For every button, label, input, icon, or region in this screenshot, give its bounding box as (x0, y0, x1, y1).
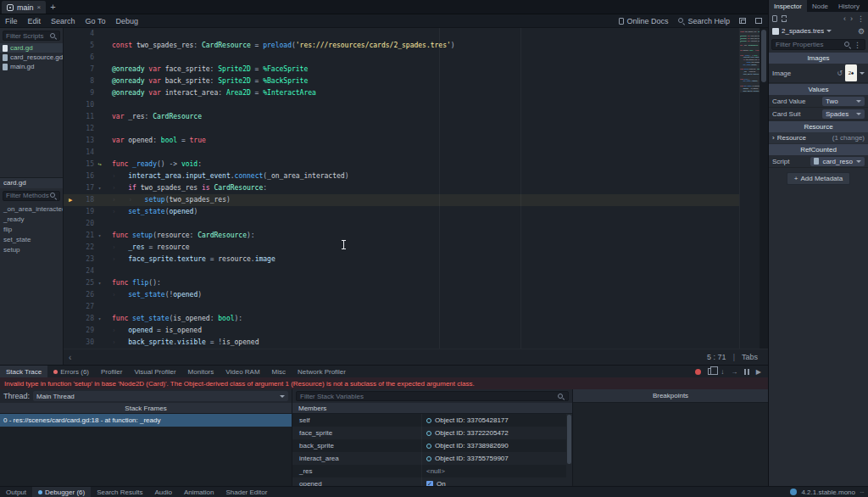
code-line[interactable]: 19›set_state(opened) (64, 206, 739, 218)
code-line[interactable]: 26›set_state(!opened) (64, 289, 739, 301)
toggle-scripts-panel-icon[interactable]: ‹ (64, 353, 76, 362)
scene-tab-main[interactable]: main × (2, 1, 46, 14)
make-floating-icon[interactable] (739, 18, 746, 24)
code-line[interactable]: 24 (64, 265, 739, 277)
revert-icon[interactable]: ↺ (837, 70, 843, 77)
close-tab-icon[interactable]: × (37, 4, 42, 11)
line-number[interactable]: 21 (77, 230, 94, 242)
line-number[interactable]: 15 (77, 159, 94, 170)
object-menu-icon[interactable]: ⋮ (857, 14, 865, 23)
line-number[interactable]: 20 (77, 218, 94, 230)
fold-caret-icon[interactable]: ▾ (94, 277, 105, 289)
code-line[interactable]: 7@onready var face_sprite: Sprite2D = %F… (64, 64, 739, 75)
line-number[interactable]: 30 (77, 337, 94, 349)
debugger-tab-errors-6-[interactable]: Errors (6) (47, 366, 95, 377)
stack-frame-row[interactable]: 0 - res://scenes/card/card.gd:18 - at fu… (0, 414, 292, 427)
line-number[interactable]: 19 (77, 206, 94, 218)
code-line[interactable]: 11var _res: CardResource (64, 111, 739, 123)
code-line[interactable]: ▶18››setup(two_spades_res) (64, 194, 739, 206)
code-line[interactable]: 10 (64, 99, 739, 111)
statusbar-item-audio[interactable]: Audio (148, 487, 177, 497)
code-editor[interactable]: 45const two_spades_res: CardResource = p… (64, 28, 768, 365)
script-picker[interactable]: card_reso (810, 157, 865, 166)
chevron-down-icon[interactable] (860, 72, 865, 75)
history-back-icon[interactable]: ‹ (843, 14, 846, 23)
line-number[interactable]: 26 (77, 289, 94, 301)
line-number[interactable]: 17 (77, 182, 94, 194)
code-line[interactable]: 21▾func setup(resource: CardResource): (64, 230, 739, 242)
script-item[interactable]: card_resource.gd (0, 53, 63, 62)
copy-error-icon[interactable] (708, 368, 714, 375)
statusbar-item-shader-editor[interactable]: Shader Editor (220, 487, 273, 497)
menu-go-to[interactable]: Go To (81, 17, 111, 25)
filter-methods-input[interactable]: Filter Methods (3, 191, 60, 201)
method-item[interactable]: set_state (0, 235, 63, 245)
code-line[interactable]: 17▾›if two_spades_res is CardResource: (64, 182, 739, 194)
filter-scripts-input[interactable]: Filter Scripts (3, 31, 60, 41)
member-row[interactable]: interact_areaObject ID: 33755759907 (292, 452, 572, 465)
debugger-tab-misc[interactable]: Misc (266, 366, 292, 377)
menu-file[interactable]: File (0, 17, 23, 25)
add-metadata-button[interactable]: + Add Metadata (787, 172, 850, 185)
debugger-tab-stack-trace[interactable]: Stack Trace (0, 366, 47, 377)
card-suit-dropdown[interactable]: Spades (822, 109, 865, 119)
debugger-tab-video-ram[interactable]: Video RAM (220, 366, 265, 377)
code-line[interactable]: 23›face_sprite.texture = resource.image (64, 254, 739, 265)
script-item[interactable]: card.gd (0, 43, 63, 53)
statusbar-item-debugger-6-[interactable]: Debugger (6) (32, 487, 91, 497)
line-number[interactable]: 27 (77, 301, 94, 313)
menu-edit[interactable]: Edit (23, 17, 47, 25)
code-line[interactable]: 5const two_spades_res: CardResource = pr… (64, 40, 739, 52)
category-values[interactable]: Values (769, 84, 868, 95)
code-line[interactable]: 6 (64, 52, 739, 64)
fold-caret-icon[interactable]: ▾ (94, 182, 105, 194)
member-row[interactable]: back_spriteObject ID: 33738982690 (292, 439, 572, 452)
step-over-icon[interactable]: → (731, 368, 737, 376)
line-number[interactable]: 18 (77, 194, 94, 206)
code-line[interactable]: 16›interact_area.input_event.connect(_on… (64, 170, 739, 182)
continue-icon[interactable]: ▶ (756, 368, 761, 376)
new-resource-icon[interactable] (772, 15, 777, 22)
method-item[interactable]: flip (0, 225, 63, 235)
expand-bottom-panel-icon[interactable]: ··· (860, 489, 864, 496)
edited-resource-row[interactable]: 2_spades.tres ⚙ (769, 25, 868, 37)
line-number[interactable]: 8 (77, 75, 94, 87)
line-number[interactable]: 5 (77, 40, 94, 52)
indent-mode[interactable]: Tabs (742, 353, 758, 361)
category-refcounted[interactable]: RefCounted (769, 144, 868, 155)
thread-dropdown[interactable]: Main Thread (33, 391, 288, 401)
fold-caret-icon[interactable]: ▾ (94, 313, 105, 325)
script-item[interactable]: main.gd (0, 62, 63, 71)
statusbar-item-search-results[interactable]: Search Results (91, 487, 148, 497)
code-line[interactable]: 20 (64, 218, 739, 230)
statusbar-item-output[interactable]: Output (0, 487, 32, 497)
debugger-tab-profiler[interactable]: Profiler (95, 366, 128, 377)
member-row[interactable]: face_spriteObject ID: 33722205472 (292, 427, 572, 439)
method-item[interactable]: _ready (0, 215, 63, 225)
line-number[interactable]: 25 (77, 277, 94, 289)
line-number[interactable]: 16 (77, 170, 94, 182)
line-number[interactable]: 22 (77, 242, 94, 254)
search-help-button[interactable]: Search Help (677, 17, 730, 25)
code-line[interactable]: 27 (64, 301, 739, 313)
line-number[interactable]: 11 (77, 111, 94, 123)
code-line[interactable]: 4 (64, 28, 739, 40)
statusbar-item-animation[interactable]: Animation (178, 487, 220, 497)
menu-debug[interactable]: Debug (110, 17, 143, 25)
code-line[interactable]: 29›opened = is_opened (64, 325, 739, 337)
line-number[interactable]: 23 (77, 254, 94, 265)
code-line[interactable]: 8@onready var back_sprite: Sprite2D = %B… (64, 75, 739, 87)
filter-stack-variables-input[interactable]: Filter Stack Variables (296, 391, 569, 401)
line-number[interactable]: 28 (77, 313, 94, 325)
line-number[interactable]: 9 (77, 87, 94, 99)
method-item[interactable]: setup (0, 245, 63, 255)
tab-inspector[interactable]: Inspector (769, 0, 807, 12)
connection-icon[interactable]: ↪ (94, 159, 105, 170)
property-menu-icon[interactable]: ⋮ (854, 41, 861, 49)
line-number[interactable]: 4 (77, 28, 94, 40)
line-number[interactable]: 29 (77, 325, 94, 337)
tab-node[interactable]: Node (807, 0, 833, 12)
debugger-tab-monitors[interactable]: Monitors (182, 366, 220, 377)
member-row[interactable]: _res<null> (292, 465, 572, 477)
code-line[interactable]: 9@onready var interact_area: Area2D = %I… (64, 87, 739, 99)
